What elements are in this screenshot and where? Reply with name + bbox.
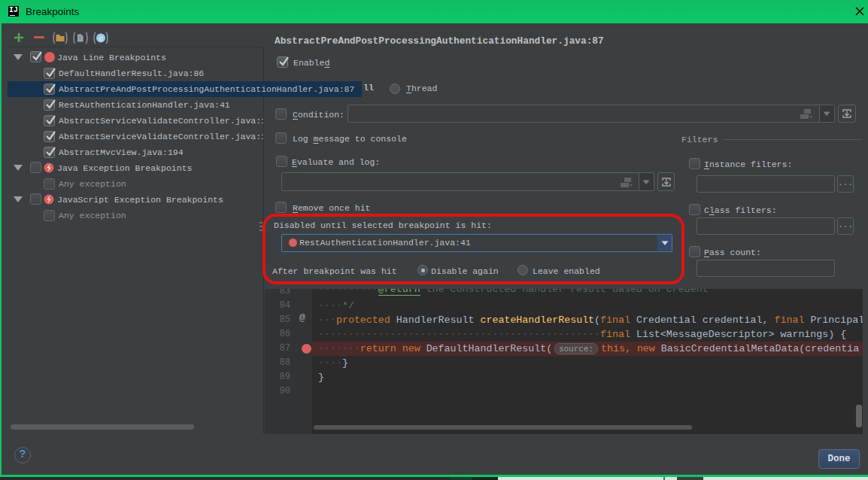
svg-text:c: c <box>99 35 103 43</box>
